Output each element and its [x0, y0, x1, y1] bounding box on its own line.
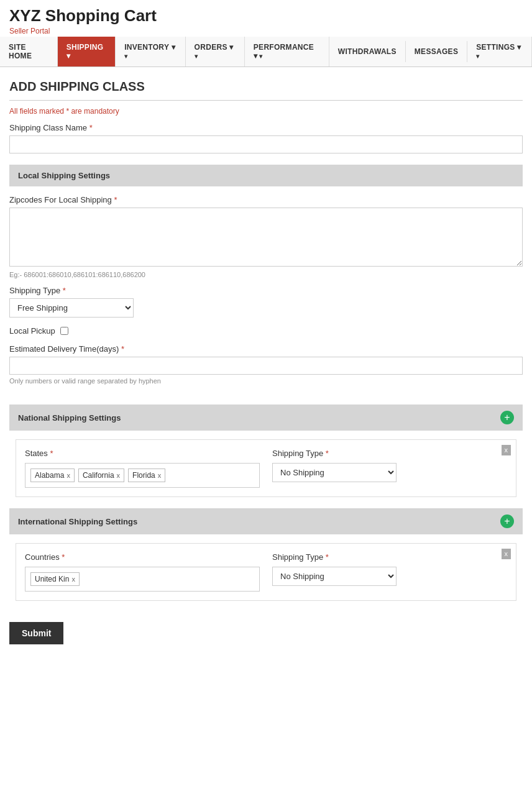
- nav-shipping[interactable]: SHIPPING ▾: [58, 37, 116, 66]
- tag-alabama: Alabama x: [30, 469, 75, 482]
- tag-california: California x: [78, 469, 124, 482]
- zipcode-textarea[interactable]: [9, 208, 523, 267]
- states-column: States * Alabama x California x: [25, 449, 260, 488]
- remove-uk-tag[interactable]: x: [71, 575, 75, 583]
- countries-label: Countries *: [25, 552, 260, 562]
- tag-united-kingdom: United Kin x: [30, 572, 80, 586]
- nav-inventory[interactable]: INVENTORY ▾: [116, 37, 185, 66]
- local-shipping-type-field: Shipping Type * Free Shipping Flat Rate …: [9, 286, 523, 318]
- submit-row: Submit: [9, 616, 523, 644]
- national-shipping-type-select[interactable]: No Shipping Free Shipping Flat Rate: [272, 463, 397, 482]
- site-title: XYZ Shopping Cart: [9, 6, 523, 25]
- nav-site-home[interactable]: SITE HOME: [0, 37, 58, 66]
- zipcode-label: Zipcodes For Local Shipping *: [9, 195, 523, 204]
- shipping-class-name-input[interactable]: [9, 135, 523, 153]
- delivery-hint: Only numbers or valid range separated by…: [9, 377, 523, 385]
- national-shipping-type-label: Shipping Type *: [272, 449, 507, 458]
- remove-florida-tag[interactable]: x: [158, 472, 162, 479]
- zipcode-eg-note: Eg:- 686001:686010,686101:686110,686200: [9, 271, 523, 278]
- remove-international-row-button[interactable]: x: [502, 549, 511, 559]
- local-shipping-type-select[interactable]: Free Shipping Flat Rate No Shipping: [9, 298, 134, 318]
- national-shipping-header: National Shipping Settings +: [9, 405, 523, 431]
- countries-tags-container[interactable]: United Kin x: [25, 567, 260, 592]
- nav-performance[interactable]: PERFORMANCE ▾: [245, 37, 329, 66]
- page-content: ADD SHIPPING CLASS All fields marked * a…: [0, 67, 532, 657]
- international-shipping-type-select[interactable]: No Shipping Free Shipping Flat Rate: [272, 567, 397, 586]
- local-shipping-section: Local Shipping Settings Zipcodes For Loc…: [9, 165, 523, 393]
- delivery-time-input[interactable]: [9, 357, 523, 375]
- national-shipping-rows: x States * Alabama x California: [9, 439, 523, 497]
- delivery-time-field: Estimated Delivery Time(days) * Only num…: [9, 344, 523, 385]
- nav-messages[interactable]: MESSAGES: [406, 41, 467, 62]
- delivery-time-label: Estimated Delivery Time(days) *: [9, 344, 523, 354]
- nav-withdrawals[interactable]: WITHDRAWALS: [329, 41, 406, 62]
- remove-alabama-tag[interactable]: x: [66, 472, 70, 479]
- main-nav: SITE HOME SHIPPING ▾ INVENTORY ▾ ORDERS …: [0, 37, 532, 67]
- submit-button[interactable]: Submit: [9, 622, 63, 644]
- international-row: x Countries * United Kin x: [16, 543, 516, 601]
- international-shipping-section: International Shipping Settings + x Coun…: [9, 508, 523, 601]
- international-row-inner: Countries * United Kin x Shipping Type *: [25, 552, 507, 592]
- states-label: States *: [25, 449, 260, 458]
- international-shipping-type-column: Shipping Type * No Shipping Free Shippin…: [272, 552, 507, 592]
- countries-column: Countries * United Kin x: [25, 552, 260, 592]
- states-tags-container[interactable]: Alabama x California x Florida x: [25, 463, 260, 488]
- local-pickup-checkbox[interactable]: [60, 327, 68, 335]
- mandatory-note: All fields marked * are mandatory: [9, 107, 523, 116]
- nav-orders[interactable]: ORDERS ▾: [186, 37, 245, 66]
- tag-florida: Florida x: [128, 469, 165, 482]
- seller-portal-link[interactable]: Seller Portal: [9, 27, 523, 35]
- national-shipping-section: National Shipping Settings + x States * …: [9, 405, 523, 497]
- site-header: XYZ Shopping Cart Seller Portal: [0, 0, 532, 37]
- local-pickup-field: Local Pickup: [9, 326, 523, 336]
- page-title: ADD SHIPPING CLASS: [9, 80, 523, 101]
- remove-california-tag[interactable]: x: [117, 472, 121, 479]
- national-row-inner: States * Alabama x California x: [25, 449, 507, 488]
- zipcode-field: Zipcodes For Local Shipping * Eg:- 68600…: [9, 195, 523, 278]
- local-shipping-body: Zipcodes For Local Shipping * Eg:- 68600…: [9, 186, 523, 393]
- international-shipping-rows: x Countries * United Kin x: [9, 543, 523, 601]
- shipping-type-label: Shipping Type *: [9, 286, 523, 295]
- local-shipping-header: Local Shipping Settings: [9, 165, 523, 186]
- nav-settings[interactable]: SETTINGS ▾: [467, 37, 532, 66]
- international-shipping-header: International Shipping Settings +: [9, 508, 523, 534]
- remove-national-row-button[interactable]: x: [502, 445, 511, 455]
- shipping-class-name-field: Shipping Class Name *: [9, 123, 523, 153]
- national-shipping-type-column: Shipping Type * No Shipping Free Shippin…: [272, 449, 507, 488]
- add-international-row-button[interactable]: +: [500, 514, 514, 528]
- shipping-class-name-label: Shipping Class Name *: [9, 123, 523, 132]
- national-row: x States * Alabama x California: [16, 439, 516, 497]
- add-national-row-button[interactable]: +: [500, 411, 514, 424]
- international-shipping-type-label: Shipping Type *: [272, 552, 507, 562]
